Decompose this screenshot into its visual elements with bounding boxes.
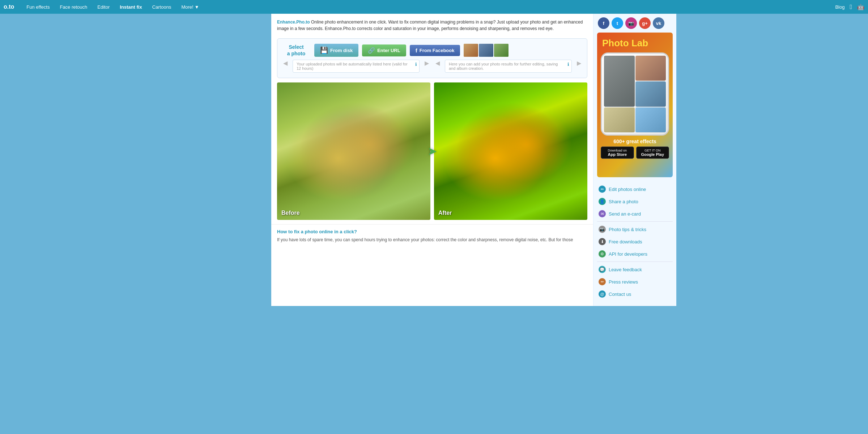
sidebar-divider-5 (597, 261, 673, 262)
uploaded-prev-arrow[interactable]: ◀ (282, 60, 289, 73)
contact-label: Contact us (609, 292, 631, 297)
arrow-between-icon: ➤ (427, 144, 437, 158)
disk-icon: 💾 (320, 46, 328, 54)
upload-section: Select a photo 💾 From disk 🔗 Enter URL f… (277, 38, 587, 78)
site-logo[interactable]: o.to (4, 4, 14, 10)
phone-img-5 (635, 107, 666, 132)
url-icon: 🔗 (368, 47, 375, 54)
nav-item-instant-fix[interactable]: Instant fix (115, 0, 147, 14)
blog-link[interactable]: Blog (835, 4, 844, 10)
free-downloads-label: Free downloads (609, 239, 642, 244)
before-image-container: Before (277, 82, 430, 220)
how-to-title: How to fix a photo online in a click? (277, 229, 587, 234)
sidebar-divider-2 (597, 221, 673, 222)
description-area: Enhance.Pho.to Online photo enhancement … (271, 14, 593, 35)
results-next-arrow[interactable]: ▶ (575, 60, 583, 73)
free-downloads-icon: ⬇ (599, 238, 606, 245)
nav-right: Blog  🤖 (835, 3, 864, 11)
sidebar-link-api-dev[interactable]: ⚙API for developers (593, 248, 676, 260)
page-wrapper: Enhance.Pho.to Online photo enhancement … (192, 14, 676, 306)
apple-icon[interactable]:  (850, 3, 852, 11)
enter-url-button[interactable]: 🔗 Enter URL (362, 44, 406, 56)
select-photo-label: Select a photo (282, 44, 311, 57)
nav-item-editor[interactable]: Editor (92, 0, 115, 14)
api-dev-icon: ⚙ (599, 250, 606, 258)
dropdown-arrow-icon: ▼ (195, 4, 199, 10)
sidebar-link-press[interactable]: ✏Press reviews (593, 276, 676, 288)
press-icon: ✏ (599, 278, 606, 285)
sidebar-link-photo-tips[interactable]: 📷Photo tips & tricks (593, 223, 676, 235)
sample-thumb-2[interactable] (479, 44, 493, 57)
press-label: Press reviews (609, 279, 638, 285)
app-store-button[interactable]: Download on App Store (601, 146, 634, 159)
sidebar-link-free-downloads[interactable]: ⬇Free downloads (593, 235, 676, 248)
googleplus-social-icon[interactable]: g+ (639, 17, 651, 29)
after-label: After (438, 210, 452, 216)
before-label: Before (281, 210, 300, 216)
top-navigation: o.to Fun effects Face retouch Editor Ins… (0, 0, 868, 14)
share-photo-icon: 👤 (599, 198, 606, 205)
send-ecard-label: Send an e-card (609, 211, 641, 217)
photo-tips-icon: 📷 (599, 226, 606, 233)
edit-photos-icon: ✏ (599, 186, 606, 193)
sample-thumb-3[interactable] (494, 44, 509, 57)
phone-mockup (601, 52, 669, 136)
info-icon-1[interactable]: ℹ (415, 62, 417, 67)
sample-thumbnails (464, 44, 509, 57)
how-to-section: How to fix a photo online in a click? If… (271, 224, 593, 247)
from-facebook-button[interactable]: f From Facebook (410, 45, 460, 56)
nav-item-cartoons[interactable]: Cartoons (147, 0, 176, 14)
info-icon-2[interactable]: ℹ (567, 62, 569, 67)
before-image (277, 82, 430, 220)
facebook-icon: f (416, 47, 417, 54)
social-icons-row: f t 📷 g+ vk (593, 14, 676, 33)
left-sidebar (192, 14, 271, 306)
sidebar-link-send-ecard[interactable]: ✉Send an e-card (593, 208, 676, 220)
android-icon[interactable]: 🤖 (857, 4, 864, 10)
phone-img-1 (604, 56, 634, 107)
send-ecard-icon: ✉ (599, 210, 606, 217)
facebook-social-icon[interactable]: f (598, 17, 609, 29)
share-photo-label: Share a photo (609, 199, 638, 204)
photo-lab-ad[interactable]: Photo Lab 600+ great effects Download on… (597, 33, 673, 177)
nav-items: Fun effects Face retouch Editor Instant … (21, 0, 204, 14)
sidebar-link-feedback[interactable]: 💬Leave feedback (593, 263, 676, 276)
sidebar-link-contact[interactable]: @Contact us (593, 288, 676, 300)
sample-thumb-1[interactable] (464, 44, 478, 57)
edit-photos-label: Edit photos online (609, 187, 646, 192)
photo-tips-label: Photo tips & tricks (609, 227, 646, 232)
upload-row: Select a photo 💾 From disk 🔗 Enter URL f… (282, 44, 583, 57)
ad-title: Photo Lab (597, 33, 673, 52)
results-prev-arrow[interactable]: ◀ (434, 60, 441, 73)
phone-img-4 (604, 107, 634, 132)
description-text: Online photo enhancement in one click. W… (277, 20, 583, 31)
sidebar-link-edit-photos[interactable]: ✏Edit photos online (593, 183, 676, 195)
sidebar-link-share-photo[interactable]: 👤Share a photo (593, 195, 676, 208)
google-play-button[interactable]: GET IT ON Google Play (636, 146, 669, 159)
sidebar-links: ✏Edit photos online👤Share a photo✉Send a… (593, 181, 676, 302)
from-disk-button[interactable]: 💾 From disk (314, 44, 358, 57)
phone-img-2 (635, 56, 666, 81)
after-image (434, 82, 587, 220)
nav-item-face-retouch[interactable]: Face retouch (55, 0, 92, 14)
api-dev-label: API for developers (609, 251, 647, 257)
store-buttons-row: Download on App Store GET IT ON Google P… (597, 146, 673, 162)
twitter-social-icon[interactable]: t (612, 17, 623, 29)
instagram-social-icon[interactable]: 📷 (625, 17, 637, 29)
nav-item-fun-effects[interactable]: Fun effects (21, 0, 55, 14)
brand-name: Enhance.Pho.to (277, 20, 310, 25)
phone-img-3 (635, 81, 666, 106)
main-content: Enhance.Pho.to Online photo enhancement … (271, 14, 593, 306)
contact-icon: @ (599, 290, 606, 298)
info-row: ◀ Your uploaded photos will be automatic… (282, 60, 583, 73)
after-image-container: After (434, 82, 587, 220)
effects-label: 600+ great effects (597, 136, 673, 146)
vk-social-icon[interactable]: vk (653, 17, 664, 29)
uploaded-next-arrow[interactable]: ▶ (423, 60, 430, 73)
how-to-text: If you have lots of spare time, you can … (277, 237, 587, 243)
uploaded-photos-info: Your uploaded photos will be automatical… (293, 60, 420, 73)
right-sidebar: f t 📷 g+ vk Photo Lab 600+ great effects (593, 14, 676, 306)
nav-item-more[interactable]: More! ▼ (176, 0, 204, 14)
image-comparison: Before ➤ After (277, 82, 587, 220)
feedback-label: Leave feedback (609, 267, 642, 272)
